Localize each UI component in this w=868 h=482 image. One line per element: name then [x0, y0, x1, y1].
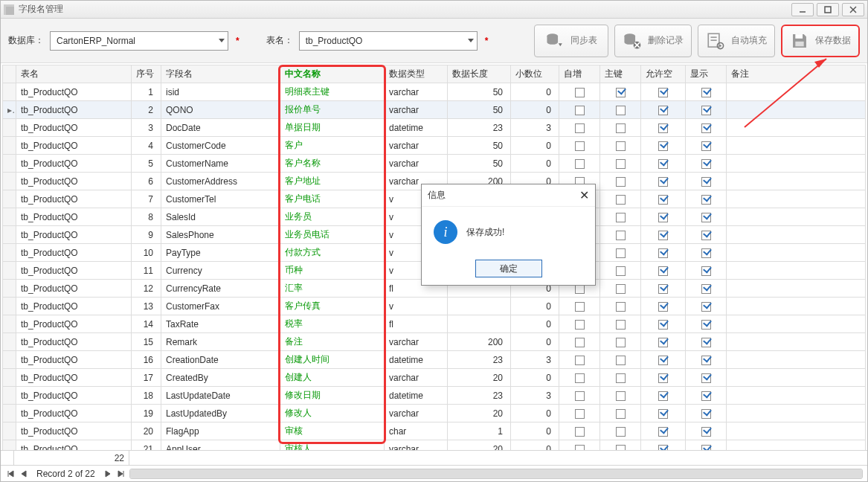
- cell-checkbox-pk[interactable]: [600, 333, 641, 351]
- table-row[interactable]: tb_ProductQO17CreatedBy创建人varchar200: [3, 369, 866, 387]
- table-row[interactable]: tb_ProductQO5CustomerName客户名称varchar500: [3, 155, 866, 173]
- checkbox-nullable[interactable]: [658, 248, 668, 258]
- cell-checkbox-display[interactable]: [686, 440, 727, 451]
- cell-cname[interactable]: 客户名称: [280, 155, 385, 173]
- save-button[interactable]: 保存数据: [781, 25, 860, 57]
- table-row[interactable]: tb_ProductQO15Remark备注varchar2000: [3, 333, 866, 351]
- cell-table[interactable]: tb_ProductQO: [16, 190, 132, 208]
- cell-field[interactable]: CustomerAddress: [161, 173, 280, 190]
- cell-length[interactable]: [448, 298, 511, 315]
- checkbox-pk[interactable]: [616, 159, 626, 169]
- nav-first[interactable]: [5, 469, 16, 479]
- checkbox-display[interactable]: [701, 284, 711, 294]
- checkbox-autoinc[interactable]: [575, 302, 585, 312]
- cell-table[interactable]: tb_ProductQO: [16, 262, 132, 280]
- cell-type[interactable]: varchar: [385, 101, 448, 119]
- cell-checkbox-autoinc[interactable]: [559, 119, 600, 137]
- cell-checkbox-nullable[interactable]: [641, 351, 686, 369]
- cell-cname[interactable]: 备注: [280, 333, 385, 351]
- cell-length[interactable]: 50: [448, 137, 511, 155]
- cell-cname[interactable]: 修改日期: [280, 387, 385, 405]
- checkbox-nullable[interactable]: [658, 123, 668, 133]
- checkbox-autoinc[interactable]: [575, 106, 585, 115]
- cell-type[interactable]: fl: [385, 315, 448, 333]
- cell-type[interactable]: v: [385, 298, 448, 315]
- cell-table[interactable]: tb_ProductQO: [16, 226, 132, 244]
- cell-table[interactable]: tb_ProductQO: [16, 298, 132, 315]
- cell-cname[interactable]: 业务员电话: [280, 226, 385, 244]
- cell-table[interactable]: tb_ProductQO: [16, 369, 132, 387]
- checkbox-pk[interactable]: [616, 338, 626, 347]
- cell-remark[interactable]: [727, 351, 866, 369]
- table-row[interactable]: tb_ProductQO18LastUpdateDate修改日期datetime…: [3, 387, 866, 405]
- checkbox-nullable[interactable]: [658, 427, 668, 437]
- cell-checkbox-nullable[interactable]: [641, 173, 686, 190]
- checkbox-display[interactable]: [701, 320, 711, 330]
- table-row[interactable]: tb_ProductQO20FlagApp审核char10: [3, 422, 866, 440]
- col-decimal[interactable]: 小数位: [511, 65, 559, 83]
- cell-field[interactable]: AppUser: [161, 440, 280, 451]
- cell-checkbox-nullable[interactable]: [641, 155, 686, 173]
- checkbox-display[interactable]: [701, 213, 711, 222]
- checkbox-display[interactable]: [701, 266, 711, 276]
- cell-decimal[interactable]: 3: [511, 119, 559, 137]
- dialog-close-button[interactable]: ✕: [579, 188, 589, 202]
- checkbox-display[interactable]: [701, 445, 711, 450]
- cell-length[interactable]: 50: [448, 155, 511, 173]
- nav-prev[interactable]: [19, 469, 29, 479]
- cell-type[interactable]: varchar: [385, 155, 448, 173]
- table-row[interactable]: tb_ProductQO14TaxRate税率fl0: [3, 315, 866, 333]
- cell-remark[interactable]: [727, 83, 866, 101]
- cell-decimal[interactable]: 3: [511, 387, 559, 405]
- cell-table[interactable]: tb_ProductQO: [16, 208, 132, 226]
- cell-checkbox-pk[interactable]: [600, 422, 641, 440]
- cell-decimal[interactable]: 0: [511, 422, 559, 440]
- cell-table[interactable]: tb_ProductQO: [16, 315, 132, 333]
- cell-field[interactable]: CustomerTel: [161, 190, 280, 208]
- cell-remark[interactable]: [727, 262, 866, 280]
- cell-cname[interactable]: 创建人时间: [280, 351, 385, 369]
- checkbox-pk[interactable]: [616, 427, 626, 437]
- cell-remark[interactable]: [727, 137, 866, 155]
- minimize-button[interactable]: [791, 3, 814, 16]
- table-row[interactable]: tb_ProductQO13CustomerFax客户传真v0: [3, 298, 866, 315]
- checkbox-nullable[interactable]: [658, 88, 668, 97]
- sync-button[interactable]: 同步表: [534, 25, 608, 57]
- checkbox-nullable[interactable]: [658, 409, 668, 419]
- cell-cname[interactable]: 客户地址: [280, 173, 385, 190]
- cell-decimal[interactable]: 0: [511, 137, 559, 155]
- cell-checkbox-pk[interactable]: [600, 351, 641, 369]
- cell-checkbox-autoinc[interactable]: [559, 155, 600, 173]
- cell-checkbox-autoinc[interactable]: [559, 440, 600, 451]
- cell-decimal[interactable]: 0: [511, 155, 559, 173]
- col-field[interactable]: 字段名: [161, 65, 280, 83]
- cell-field[interactable]: PayType: [161, 244, 280, 262]
- cell-length[interactable]: 23: [448, 119, 511, 137]
- cell-checkbox-autoinc[interactable]: [559, 387, 600, 405]
- col-display[interactable]: 显示: [686, 65, 727, 83]
- cell-field[interactable]: Remark: [161, 333, 280, 351]
- cell-length[interactable]: 50: [448, 83, 511, 101]
- checkbox-display[interactable]: [701, 88, 711, 97]
- cell-table[interactable]: tb_ProductQO: [16, 173, 132, 190]
- checkbox-autoinc[interactable]: [575, 123, 585, 133]
- cell-seq[interactable]: 13: [132, 298, 161, 315]
- cell-field[interactable]: QONO: [161, 101, 280, 119]
- cell-remark[interactable]: [727, 333, 866, 351]
- cell-type[interactable]: varchar: [385, 333, 448, 351]
- cell-checkbox-nullable[interactable]: [641, 280, 686, 298]
- cell-checkbox-display[interactable]: [686, 298, 727, 315]
- cell-table[interactable]: tb_ProductQO: [16, 405, 132, 422]
- cell-type[interactable]: datetime: [385, 387, 448, 405]
- cell-cname[interactable]: 创建人: [280, 369, 385, 387]
- cell-checkbox-nullable[interactable]: [641, 262, 686, 280]
- cell-table[interactable]: tb_ProductQO: [16, 333, 132, 351]
- cell-type[interactable]: char: [385, 422, 448, 440]
- cell-type[interactable]: varchar: [385, 83, 448, 101]
- checkbox-pk[interactable]: [616, 141, 626, 151]
- cell-checkbox-nullable[interactable]: [641, 440, 686, 451]
- cell-seq[interactable]: 18: [132, 387, 161, 405]
- autofill-button[interactable]: 自动填充: [698, 25, 775, 57]
- cell-checkbox-display[interactable]: [686, 315, 727, 333]
- checkbox-pk[interactable]: [616, 266, 626, 276]
